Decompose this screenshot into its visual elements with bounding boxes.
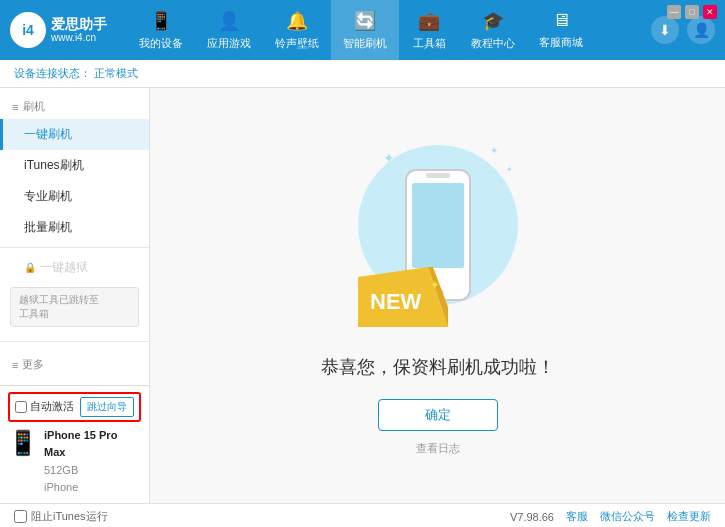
sidebar-item-jailbreak-disabled: 🔒 一键越狱 bbox=[0, 252, 149, 283]
sidebar-divider bbox=[0, 247, 149, 248]
sidebar-item-other-tools[interactable]: 其他工具 bbox=[0, 377, 149, 385]
sidebar-item-itunes-flash[interactable]: iTunes刷机 bbox=[0, 150, 149, 181]
svg-text:NEW: NEW bbox=[370, 289, 422, 314]
toolbox-icon: 💼 bbox=[418, 10, 440, 32]
ringtone-icon: 🔔 bbox=[286, 10, 308, 32]
svg-text:✦: ✦ bbox=[430, 278, 440, 292]
new-badge: NEW ✦ bbox=[358, 267, 448, 330]
tab-apps-games[interactable]: 👤 应用游戏 bbox=[195, 0, 263, 60]
device-details: iPhone 15 Pro Max 512GB iPhone bbox=[44, 427, 141, 497]
device-info: 📱 iPhone 15 Pro Max 512GB iPhone bbox=[8, 427, 141, 497]
tab-toolbox[interactable]: 💼 工具箱 bbox=[399, 0, 459, 60]
sidebar-section-more: ≡ 更多 其他工具 下载固件 高级功能 bbox=[0, 346, 149, 385]
sparkle-1: ✦ bbox=[383, 150, 395, 166]
status-left: 阻止iTunes运行 bbox=[14, 509, 108, 524]
sparkle-2: ✦ bbox=[490, 145, 498, 156]
status-bar: 阻止iTunes运行 V7.98.66 客服 微信公众号 检查更新 bbox=[0, 503, 725, 527]
minimize-button[interactable]: — bbox=[667, 5, 681, 19]
success-message: 恭喜您，保资料刷机成功啦！ bbox=[321, 355, 555, 379]
breadcrumb: 设备连接状态： 正常模式 bbox=[0, 60, 725, 88]
sidebar-divider-2 bbox=[0, 341, 149, 342]
tutorials-icon: 🎓 bbox=[482, 10, 504, 32]
phone-illustration: ✦ ✦ ✦ NEW ✦ bbox=[348, 135, 528, 335]
auto-activate-checkbox[interactable] bbox=[15, 401, 27, 413]
status-right: V7.98.66 客服 微信公众号 检查更新 bbox=[510, 509, 711, 524]
itunes-check-label[interactable]: 阻止iTunes运行 bbox=[14, 509, 108, 524]
service-icon: 🖥 bbox=[552, 10, 570, 31]
block-itunes-checkbox[interactable] bbox=[14, 510, 27, 523]
smart-flash-icon: 🔄 bbox=[354, 10, 376, 32]
app-logo: i4 爱思助手 www.i4.cn bbox=[10, 12, 107, 48]
auto-activate-checkbox-label[interactable]: 自动激活 bbox=[15, 399, 74, 414]
device-phone-icon: 📱 bbox=[8, 429, 38, 457]
sidebar: ≡ 刷机 一键刷机 iTunes刷机 专业刷机 批量刷机 bbox=[0, 88, 150, 503]
auto-activate-section: 自动激活 跳过向导 bbox=[8, 392, 141, 422]
tab-ringtone-wallpaper[interactable]: 🔔 铃声壁纸 bbox=[263, 0, 331, 60]
sidebar-jailbreak-notice: 越狱工具已跳转至 工具箱 bbox=[10, 287, 139, 327]
sidebar-section-flash: ≡ 刷机 一键刷机 iTunes刷机 专业刷机 批量刷机 bbox=[0, 88, 149, 337]
view-log-link[interactable]: 查看日志 bbox=[416, 441, 460, 456]
sidebar-item-onekey-flash[interactable]: 一键刷机 bbox=[0, 119, 149, 150]
header-right: ⬇ 👤 bbox=[651, 16, 715, 44]
user-button[interactable]: 👤 bbox=[687, 16, 715, 44]
sparkle-3: ✦ bbox=[506, 165, 513, 174]
svg-rect-2 bbox=[426, 173, 450, 178]
logo-text: 爱思助手 www.i4.cn bbox=[51, 16, 107, 45]
logo-icon: i4 bbox=[10, 12, 46, 48]
version-text: V7.98.66 bbox=[510, 511, 554, 523]
apps-games-icon: 👤 bbox=[218, 10, 240, 32]
device-panel: 自动激活 跳过向导 📱 iPhone 15 Pro Max 512GB iPho… bbox=[0, 385, 149, 503]
app-header: i4 爱思助手 www.i4.cn 📱 我的设备 👤 应用游戏 🔔 铃声壁纸 🔄 bbox=[0, 0, 725, 60]
sidebar-item-pro-flash[interactable]: 专业刷机 bbox=[0, 181, 149, 212]
confirm-button[interactable]: 确定 bbox=[378, 399, 498, 431]
tab-tutorials[interactable]: 🎓 教程中心 bbox=[459, 0, 527, 60]
close-button[interactable]: ✕ bbox=[703, 5, 717, 19]
skip-guide-button[interactable]: 跳过向导 bbox=[80, 397, 134, 417]
download-button[interactable]: ⬇ bbox=[651, 16, 679, 44]
check-update-link[interactable]: 检查更新 bbox=[667, 509, 711, 524]
sidebar-item-batch-flash[interactable]: 批量刷机 bbox=[0, 212, 149, 243]
sidebar-group-flash-label: ≡ 刷机 bbox=[0, 94, 149, 119]
tab-service-mall[interactable]: 🖥 客服商城 bbox=[527, 0, 595, 60]
my-device-icon: 📱 bbox=[150, 10, 172, 32]
window-controls: — □ ✕ bbox=[667, 5, 717, 19]
tab-my-device[interactable]: 📱 我的设备 bbox=[127, 0, 195, 60]
maximize-button[interactable]: □ bbox=[685, 5, 699, 19]
sidebar-group-more-label: ≡ 更多 bbox=[0, 352, 149, 377]
tab-smart-flash[interactable]: 🔄 智能刷机 bbox=[331, 0, 399, 60]
nav-tabs: 📱 我的设备 👤 应用游戏 🔔 铃声壁纸 🔄 智能刷机 💼 工具箱 🎓 bbox=[127, 0, 651, 60]
customer-service-link[interactable]: 客服 bbox=[566, 509, 588, 524]
wechat-link[interactable]: 微信公众号 bbox=[600, 509, 655, 524]
svg-rect-1 bbox=[412, 183, 464, 268]
main-content: ✦ ✦ ✦ NEW ✦ bbox=[150, 88, 725, 503]
